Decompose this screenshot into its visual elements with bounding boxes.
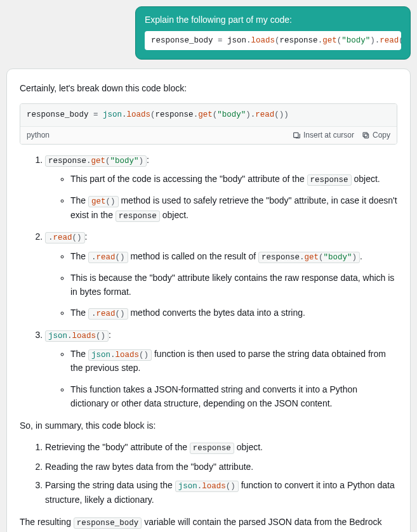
list-item: This part of the code is accessing the "… xyxy=(70,172,397,186)
inline-code: .read() xyxy=(88,308,128,320)
explanation-step: .read():The .read() method is called on … xyxy=(45,230,397,321)
inline-code: get() xyxy=(88,196,119,207)
svg-rect-2 xyxy=(363,133,367,137)
code-block-toolbar: python Insert at cursor Copy xyxy=(20,126,397,144)
list-item: This function takes a JSON-formatted str… xyxy=(70,383,397,410)
code-block-content: response_body = json.loads(response.get(… xyxy=(20,104,397,126)
user-prompt: Explain the following part of my code: xyxy=(145,15,401,25)
list-item: The .read() method is called on the resu… xyxy=(70,250,397,264)
user-message: Explain the following part of my code: r… xyxy=(135,6,411,60)
list-item: Reading the raw bytes data from the "bod… xyxy=(45,460,397,474)
summary-intro: So, in summary, this code block is: xyxy=(20,419,397,433)
closing-paragraph: The resulting response_body variable wil… xyxy=(20,516,397,532)
inline-code: json.loads() xyxy=(88,349,152,361)
inline-code: response xyxy=(190,443,234,454)
insert-icon xyxy=(293,131,301,139)
list-item: Retrieving the "body" attribute of the r… xyxy=(45,441,397,455)
list-item: Parsing the string data using the json.l… xyxy=(45,479,397,507)
insert-label: Insert at cursor xyxy=(303,129,354,141)
insert-at-cursor-button[interactable]: Insert at cursor xyxy=(293,129,354,141)
list-item: This is because the "body" attribute lik… xyxy=(70,271,397,299)
inline-code: response_body xyxy=(74,517,142,529)
list-item: The .read() method converts the bytes da… xyxy=(70,306,397,320)
summary-steps: Retrieving the "body" attribute of the r… xyxy=(20,441,397,507)
explanation-substeps: The .read() method is called on the resu… xyxy=(45,250,397,321)
list-item: The json.loads() function is then used t… xyxy=(70,347,397,375)
svg-rect-1 xyxy=(364,134,369,138)
explanation-steps: response.get("body"):This part of the co… xyxy=(20,153,397,411)
inline-code: .read() xyxy=(88,252,128,263)
inline-code: response xyxy=(116,211,160,222)
copy-button[interactable]: Copy xyxy=(362,129,390,141)
inline-code: json.loads() xyxy=(45,330,109,342)
explanation-substeps: This part of the code is accessing the "… xyxy=(45,172,397,223)
svg-rect-0 xyxy=(294,133,298,137)
assistant-intro: Certainly, let's break down this code bl… xyxy=(20,82,397,96)
assistant-message: Certainly, let's break down this code bl… xyxy=(6,68,411,532)
inline-code: response xyxy=(307,174,352,186)
list-item: The get() method is used to safely retri… xyxy=(70,194,397,223)
copy-label: Copy xyxy=(373,129,390,141)
inline-code: response.get("body") xyxy=(45,155,147,167)
inline-code: response.get("body") xyxy=(258,252,360,263)
explanation-step: json.loads():The json.loads() function i… xyxy=(45,328,397,411)
code-language: python xyxy=(27,129,285,141)
inline-code: json.loads() xyxy=(175,481,239,492)
code-block: response_body = json.loads(response.get(… xyxy=(20,103,397,145)
explanation-step: response.get("body"):This part of the co… xyxy=(45,153,397,223)
explanation-substeps: The json.loads() function is then used t… xyxy=(45,347,397,410)
user-code-snippet: response_body = json.loads(response.get(… xyxy=(145,31,401,50)
inline-code: .read() xyxy=(45,232,85,243)
copy-icon xyxy=(362,131,370,139)
